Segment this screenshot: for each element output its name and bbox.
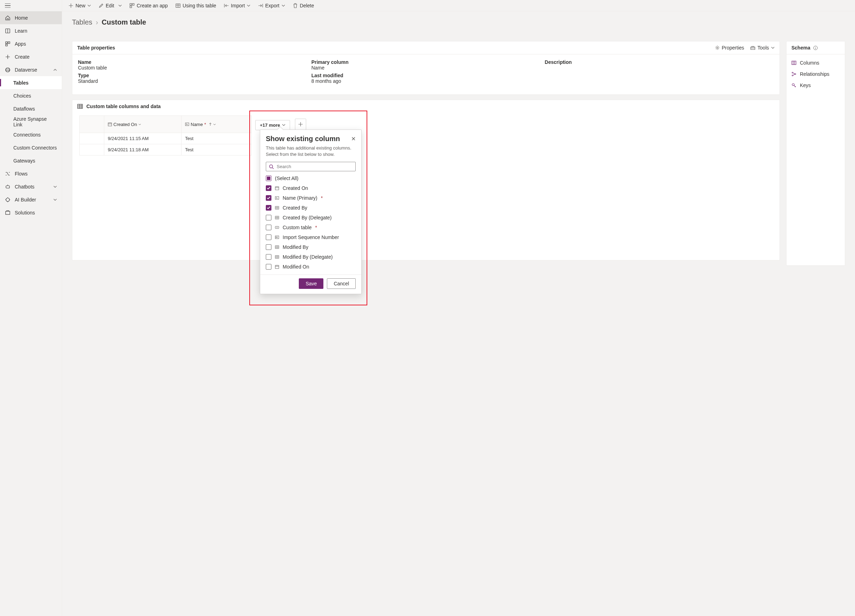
lookup-icon xyxy=(275,216,279,220)
column-option[interactable]: Created By xyxy=(266,205,354,211)
column-option-label: Created On xyxy=(283,185,308,191)
column-option[interactable]: Import Sequence Number xyxy=(266,234,354,240)
info-icon[interactable] xyxy=(813,46,818,50)
column-option[interactable]: Created On xyxy=(266,185,354,191)
column-option-label: Modified By xyxy=(283,244,308,250)
nav-home[interactable]: Home xyxy=(0,11,62,24)
svg-point-32 xyxy=(792,75,793,76)
nav-sub-connections[interactable]: Connections xyxy=(0,128,62,141)
checkbox[interactable] xyxy=(266,244,271,250)
close-button[interactable]: ✕ xyxy=(351,136,356,142)
checkbox[interactable] xyxy=(266,205,271,211)
required-mark: * xyxy=(321,195,323,201)
select-all-row[interactable]: (Select All) xyxy=(266,176,354,181)
chevron-down-icon xyxy=(213,124,216,125)
nav-label: Custom Connectors xyxy=(13,145,57,151)
table-row[interactable]: 9/24/2021 11:18 AMTest xyxy=(80,144,772,156)
checkbox-indeterminate[interactable] xyxy=(266,176,271,181)
using-this-table-button[interactable]: Using this table xyxy=(176,3,216,8)
checkbox[interactable] xyxy=(266,215,271,220)
create-app-button[interactable]: Create an app xyxy=(130,3,168,8)
search-box[interactable] xyxy=(266,162,356,171)
nav-label: Create xyxy=(15,54,29,60)
column-header-createdon[interactable]: Created On xyxy=(108,122,178,127)
column-option[interactable]: Modified By (Delegate) xyxy=(266,254,354,260)
cancel-button[interactable]: Cancel xyxy=(327,278,356,289)
dataverse-icon xyxy=(5,67,11,73)
hamburger-menu[interactable] xyxy=(0,0,62,11)
export-button[interactable]: Export xyxy=(258,3,285,8)
breadcrumb: Tables › Custom table xyxy=(72,18,855,26)
schema-columns[interactable]: Columns xyxy=(786,57,845,69)
schema-keys[interactable]: Keys xyxy=(786,79,845,91)
cell-createdon: 9/24/2021 11:15 AM xyxy=(104,133,182,144)
nav-label: Azure Synapse Link xyxy=(13,116,57,127)
nav-label: Connections xyxy=(13,132,41,138)
lookup-icon xyxy=(275,255,279,259)
nav-chatbots[interactable]: Chatbots xyxy=(0,180,62,193)
col-label: Created On xyxy=(113,122,137,127)
nav-flows[interactable]: Flows xyxy=(0,167,62,180)
checkbox[interactable] xyxy=(266,195,271,201)
checkbox[interactable] xyxy=(266,234,271,240)
checkbox[interactable] xyxy=(266,254,271,260)
delete-button[interactable]: Delete xyxy=(293,3,314,8)
column-option-label: Custom table xyxy=(283,225,311,230)
nav-apps[interactable]: Apps xyxy=(0,37,62,50)
nav-sub-dataflows[interactable]: Dataflows xyxy=(0,102,62,115)
nav-dataverse[interactable]: Dataverse xyxy=(0,63,62,76)
nav-learn[interactable]: Learn xyxy=(0,24,62,37)
nav-sub-azure-synapse-link[interactable]: Azure Synapse Link xyxy=(0,115,62,128)
nav-sub-custom-connectors[interactable]: Custom Connectors xyxy=(0,141,62,154)
svg-rect-20 xyxy=(275,197,279,199)
nav-sub-gateways[interactable]: Gateways xyxy=(0,154,62,167)
nav-sub-choices[interactable]: Choices xyxy=(0,89,62,102)
cmd-label: Using this table xyxy=(182,3,216,8)
nav-create[interactable]: Create xyxy=(0,50,62,63)
import-button[interactable]: Import xyxy=(224,3,251,8)
column-header-name[interactable]: Name * xyxy=(185,122,248,127)
nav-solutions[interactable]: Solutions xyxy=(0,206,62,219)
chevron-down-icon xyxy=(54,186,57,188)
schema-relationships[interactable]: Relationships xyxy=(786,69,845,79)
main-area: New Edit Create an app Using this table … xyxy=(62,0,855,616)
save-button[interactable]: Save xyxy=(299,278,323,289)
search-input[interactable] xyxy=(277,164,352,169)
checkbox[interactable] xyxy=(266,264,271,269)
apps-icon xyxy=(5,41,11,47)
add-column-button[interactable] xyxy=(295,119,306,130)
tools-link[interactable]: Tools xyxy=(750,45,775,50)
svg-point-4 xyxy=(6,68,10,72)
primary-column-value: Name xyxy=(311,65,541,70)
text-icon xyxy=(275,196,279,200)
breadcrumb-parent[interactable]: Tables xyxy=(72,18,92,26)
link-label: Properties xyxy=(722,45,745,50)
column-option[interactable]: Custom table * xyxy=(266,225,354,230)
column-option-label: Created By (Delegate) xyxy=(283,215,331,220)
cmd-label: Edit xyxy=(106,3,114,8)
new-button[interactable]: New xyxy=(69,3,91,8)
export-icon xyxy=(258,3,263,8)
nav-label: Tables xyxy=(13,80,28,86)
nav-ai-builder[interactable]: AI Builder xyxy=(0,193,62,206)
nav-label: Home xyxy=(15,15,28,21)
breadcrumb-current: Custom table xyxy=(101,18,146,26)
nav-label: Choices xyxy=(13,93,31,99)
properties-link[interactable]: Properties xyxy=(715,45,745,50)
svg-rect-29 xyxy=(792,61,796,64)
more-columns-button[interactable]: +17 more xyxy=(255,120,290,130)
table-icon xyxy=(176,3,181,8)
edit-button[interactable]: Edit xyxy=(99,3,122,8)
key-icon xyxy=(275,225,279,229)
column-option[interactable]: Name (Primary) * xyxy=(266,195,354,201)
column-option[interactable]: Modified On xyxy=(266,264,354,269)
date-icon xyxy=(275,186,279,190)
column-option[interactable]: Created By (Delegate) xyxy=(266,215,354,220)
show-column-flyout: Show existing column ✕ This table has ad… xyxy=(260,130,362,294)
nav-sub-tables[interactable]: Tables xyxy=(0,76,62,89)
svg-rect-17 xyxy=(185,123,189,126)
column-option[interactable]: Modified By xyxy=(266,244,354,250)
checkbox[interactable] xyxy=(266,225,271,230)
table-row[interactable]: 9/24/2021 11:15 AMTest xyxy=(80,133,772,144)
checkbox[interactable] xyxy=(266,185,271,191)
